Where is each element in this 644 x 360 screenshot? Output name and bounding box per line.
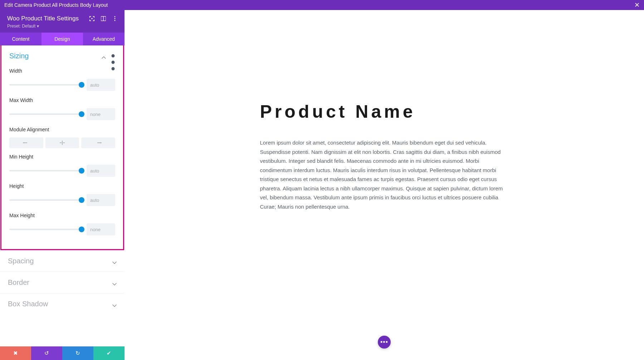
height-field: Height auto [1,183,123,206]
svg-rect-10 [62,141,63,145]
sidebar-header: Woo Product Title Settings Preset: Defau… [0,10,125,33]
cancel-button[interactable]: ✖ [0,346,31,360]
max-height-field: Max Height none [1,213,123,235]
tab-advanced[interactable]: Advanced [83,33,125,45]
section-sizing-title: Sizing [9,52,29,60]
chevron-up-icon [102,54,106,58]
alignment-label: Module Alignment [9,127,115,132]
max-width-slider[interactable] [9,113,82,115]
section-border-title: Border [8,278,29,287]
dots-icon: ••• [380,339,388,346]
chevron-down-icon [112,259,117,263]
chevron-down-icon [112,281,117,285]
max-width-slider-thumb[interactable] [79,111,84,117]
sidebar-footer: ✖ ↺ ↻ ✔ [0,346,125,360]
settings-sidebar: Woo Product Title Settings Preset: Defau… [0,10,125,360]
min-height-label: Min Height [9,154,115,160]
product-title: Product Name [260,101,509,122]
section-box-shadow-header[interactable]: Box Shadow [0,293,125,315]
svg-point-8 [112,67,115,70]
max-width-label: Max Width [9,97,115,103]
redo-button[interactable]: ↻ [62,346,93,360]
chevron-down-icon [112,302,117,306]
align-center-button[interactable] [45,137,79,148]
top-bar: Edit Camera Product All Products Body La… [0,0,644,10]
more-icon[interactable] [112,16,117,21]
focus-icon[interactable] [89,16,94,21]
floating-action-button[interactable]: ••• [378,336,391,349]
svg-point-4 [114,18,116,19]
alignment-field: Module Alignment [1,127,123,132]
align-right-button[interactable] [81,137,115,148]
max-height-label: Max Height [9,213,115,218]
height-value[interactable]: auto [87,194,115,206]
section-box-shadow-title: Box Shadow [8,300,48,308]
section-spacing-title: Spacing [8,257,34,265]
product-description: Lorem ipsum dolor sit amet, consectetur … [260,138,509,211]
svg-point-0 [91,18,93,19]
width-label: Width [9,68,115,74]
svg-point-6 [112,54,115,57]
settings-panel: Sizing Width auto Max Width [0,45,125,360]
max-height-slider-thumb[interactable] [79,227,84,232]
save-button[interactable]: ✔ [93,346,125,360]
close-icon[interactable]: ✕ [634,1,640,9]
align-left-button[interactable] [9,137,43,148]
section-border-header[interactable]: Border [0,272,125,293]
min-height-slider[interactable] [9,170,82,171]
section-sizing-header[interactable]: Sizing [1,45,123,67]
split-view-icon[interactable] [101,16,106,21]
max-width-value[interactable]: none [87,108,115,120]
height-slider[interactable] [9,199,82,201]
max-height-value[interactable]: none [87,223,115,235]
chevron-down-icon: ▾ [37,24,39,29]
min-height-field: Min Height auto [1,154,123,177]
width-slider[interactable] [9,84,82,86]
tab-design[interactable]: Design [42,33,83,45]
module-title: Woo Product Title Settings [7,15,79,22]
preview-area: Product Name Lorem ipsum dolor sit amet,… [125,10,644,360]
max-width-field: Max Width none [1,97,123,120]
undo-button[interactable]: ↺ [31,346,62,360]
sizing-panel: Sizing Width auto Max Width [0,45,124,250]
svg-point-7 [112,60,115,64]
min-height-value[interactable]: auto [87,165,115,177]
width-slider-thumb[interactable] [79,82,84,88]
section-spacing-header[interactable]: Spacing [0,250,125,272]
tab-content[interactable]: Content [0,33,42,45]
width-value[interactable]: auto [87,79,115,91]
svg-rect-12 [63,142,65,143]
breadcrumb: Edit Camera Product All Products Body La… [4,2,108,8]
preset-dropdown[interactable]: Preset: Default ▾ [7,24,39,29]
height-label: Height [9,183,115,189]
svg-point-5 [114,20,116,21]
tab-bar: Content Design Advanced [0,33,125,45]
min-height-slider-thumb[interactable] [79,168,84,174]
height-slider-thumb[interactable] [79,197,84,203]
section-more-icon[interactable] [111,54,115,59]
width-field: Width auto [1,68,123,91]
max-height-slider[interactable] [9,229,82,230]
svg-point-3 [114,16,116,17]
svg-rect-11 [60,142,62,143]
